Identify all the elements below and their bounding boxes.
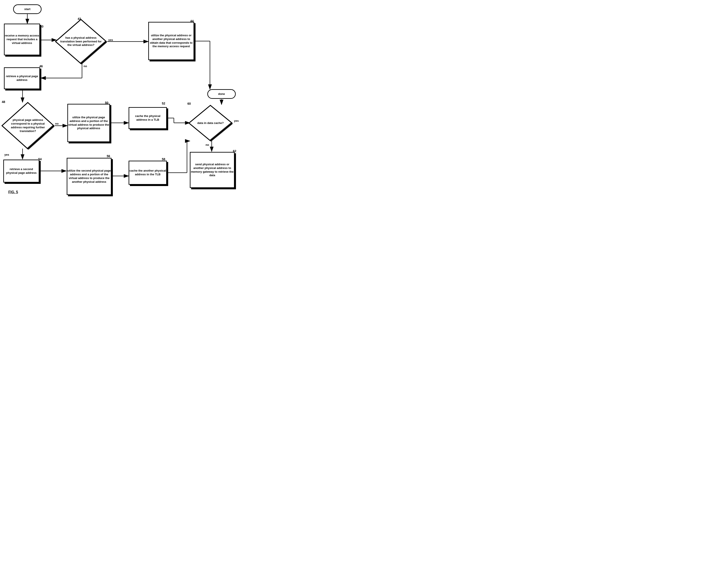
yes-60-label: yes	[234, 119, 239, 122]
node62-shape: send physical address or another physica…	[190, 152, 235, 188]
node46-shape: retrieve a physical page address	[4, 67, 40, 89]
node50-shape: utilize the physical page address and a …	[67, 104, 110, 142]
node56-num: 56	[107, 154, 110, 158]
node60-diamond: data in data cache?	[188, 105, 233, 142]
node50-label: utilize the physical page address and a …	[68, 116, 109, 131]
no-42-label: no	[84, 65, 87, 68]
node60-text: data in data cache?	[193, 119, 228, 127]
node46-label: retrieve a physical page address	[5, 75, 39, 82]
node40-label: receive a memory access request that inc…	[5, 34, 39, 45]
node58-shape: cache the another physical address in th…	[129, 161, 167, 185]
no-48-label: no	[55, 122, 59, 125]
node62-label: send physical address or another physica…	[190, 163, 234, 178]
no-60-label: no	[206, 143, 209, 147]
start-label: start	[24, 7, 30, 11]
node48-diamond: physical page address correspond to a ph…	[1, 102, 55, 150]
done-shape: done	[207, 89, 236, 99]
yes-42-label: yes	[108, 38, 113, 42]
node52-num: 52	[162, 102, 165, 105]
node42-diamond: has a physical address translation been …	[55, 19, 107, 65]
node52-label: cache the physical address in a TLB	[129, 114, 166, 122]
node44-shape: utilize the physical address or another …	[148, 22, 194, 60]
node48-diamond-inner: physical page address correspond to a ph…	[1, 102, 55, 150]
node52-shape: cache the physical address in a TLB	[129, 107, 167, 129]
node56-shape: utilize the second physical page address…	[67, 158, 112, 195]
done-label: done	[218, 92, 225, 96]
node48-text: physical page address correspond to a ph…	[1, 116, 55, 135]
node54-label: retrieve a second physical page address	[4, 168, 39, 175]
node58-label: cache the another physical address in th…	[129, 169, 166, 177]
node58-num: 58	[162, 157, 165, 161]
diagram-container: start 40 receive a memory access request…	[0, 0, 262, 208]
node60-diamond-inner: data in data cache?	[188, 105, 233, 142]
node44-label: utilize the physical address or another …	[149, 34, 194, 49]
node42-text: has a physical address translation been …	[55, 34, 107, 49]
node40-shape: receive a memory access request that inc…	[4, 24, 40, 55]
node42-diamond-inner: has a physical address translation been …	[55, 19, 107, 65]
node54-shape: retrieve a second physical page address	[3, 160, 39, 183]
node56-label: utilize the second physical page address…	[67, 169, 111, 184]
start-shape: start	[13, 4, 42, 14]
yes-48-label: yes	[4, 153, 9, 156]
fig-label: FIG. 5	[8, 190, 18, 194]
